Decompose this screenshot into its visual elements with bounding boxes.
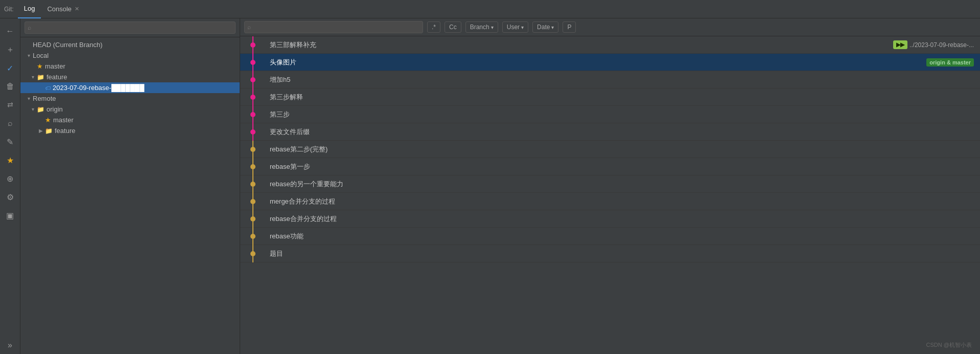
commit-graph-area xyxy=(240,245,266,262)
branch-tree: HEAD (Current Branch) ▾ Local ★ master ▾… xyxy=(20,37,240,354)
svg-point-19 xyxy=(250,199,255,204)
commit-graph-area xyxy=(240,158,266,175)
commit-graph-area xyxy=(240,175,266,192)
tree-item-local[interactable]: ▾ Local xyxy=(20,50,240,61)
commit-row[interactable]: 增加h5 xyxy=(240,71,980,88)
expand-icon[interactable]: » xyxy=(2,337,19,354)
origin-chevron: ▾ xyxy=(29,106,37,112)
settings-icon[interactable]: ⚙ xyxy=(2,188,19,206)
svg-point-17 xyxy=(250,182,255,187)
commit-row[interactable]: merge合并分支的过程 xyxy=(240,193,980,210)
commit-row[interactable]: 题目 xyxy=(240,245,980,262)
tab-console[interactable]: Console ✕ xyxy=(41,0,85,18)
commit-row[interactable]: rebase的另一个重要能力 xyxy=(240,175,980,193)
branch-filter-button[interactable]: Branch ▾ xyxy=(465,21,498,33)
origin-folder-icon: 📁 xyxy=(37,106,44,113)
commit-graph-area xyxy=(240,193,266,210)
plus-circle-icon[interactable]: ⊕ xyxy=(2,170,19,187)
branch-search-icon: ⌕ xyxy=(28,24,31,31)
delete-icon[interactable]: 🗑 xyxy=(2,78,19,95)
commit-row[interactable]: rebase合并分支的过程 xyxy=(240,210,980,228)
svg-point-21 xyxy=(250,216,255,222)
commit-graph-area xyxy=(240,71,266,88)
p-button[interactable]: P xyxy=(563,21,576,33)
commit-row[interactable]: rebase功能 xyxy=(240,228,980,245)
local-chevron: ▾ xyxy=(25,53,33,58)
tree-item-origin-master[interactable]: ★ master xyxy=(20,115,240,125)
commit-row[interactable]: 更改文件后缀 xyxy=(240,123,980,141)
commit-row[interactable]: 第三步解释 xyxy=(240,88,980,106)
tree-item-origin[interactable]: ▾ 📁 origin xyxy=(20,104,240,115)
date-filter-button[interactable]: Date ▾ xyxy=(532,21,558,33)
commit-row[interactable]: 第三步 xyxy=(240,106,980,123)
commit-list: 第三部解释补充▶▶../2023-07-09-rebase-...头像图片ori… xyxy=(240,36,980,354)
footer-credit: CSDN @机智小表 xyxy=(926,341,972,349)
commit-row[interactable]: rebase第一步 xyxy=(240,158,980,175)
svg-point-11 xyxy=(250,129,255,135)
commit-message: 更改文件后缀 xyxy=(266,127,974,137)
commit-icon[interactable]: ✓ xyxy=(2,59,19,77)
commit-message: 第三步解释 xyxy=(266,93,974,102)
tree-item-remote[interactable]: ▾ Remote xyxy=(20,93,240,104)
tree-item-head[interactable]: HEAD (Current Branch) xyxy=(20,39,240,50)
add-icon[interactable]: ＋ xyxy=(2,41,19,58)
user-filter-button[interactable]: User ▾ xyxy=(502,21,528,33)
user-dropdown-icon: ▾ xyxy=(521,25,524,30)
log-search-input[interactable] xyxy=(244,21,423,33)
log-search-wrap: ⌕ xyxy=(244,21,423,33)
commit-badge: ▶▶ xyxy=(893,40,907,49)
cc-button[interactable]: Cc xyxy=(445,21,461,33)
commit-message: 题目 xyxy=(266,249,974,258)
svg-point-15 xyxy=(250,164,255,169)
branch-tag-icon: 🏷 xyxy=(45,85,51,91)
date-dropdown-icon: ▾ xyxy=(551,25,554,30)
commit-graph-area xyxy=(240,123,266,140)
remote-chevron: ▾ xyxy=(25,96,33,101)
commit-graph-area xyxy=(240,228,266,245)
branch-panel: ⌕ HEAD (Current Branch) ▾ Local ★ maste xyxy=(20,18,240,354)
feature-folder-icon: 📁 xyxy=(37,74,44,81)
terminal-icon[interactable]: ▣ xyxy=(2,207,19,224)
tree-item-origin-feature[interactable]: ▶ 📁 feature xyxy=(20,125,240,136)
back-icon[interactable]: ← xyxy=(2,23,19,40)
tree-item-master[interactable]: ★ master xyxy=(20,61,240,72)
star-nav-icon[interactable]: ★ xyxy=(2,151,19,169)
tab-bar: Git: Log Console ✕ xyxy=(0,0,980,18)
edit-icon[interactable]: ✎ xyxy=(2,133,19,150)
commit-message: 增加h5 xyxy=(266,75,974,84)
commit-graph-area xyxy=(240,106,266,123)
close-console-icon[interactable]: ✕ xyxy=(75,6,79,12)
svg-point-1 xyxy=(250,42,255,48)
commit-row[interactable]: rebase第二步(完整) xyxy=(240,141,980,158)
commit-message: rebase合并分支的过程 xyxy=(266,214,974,224)
svg-point-9 xyxy=(250,112,255,117)
branch-search-input[interactable] xyxy=(25,21,236,34)
origin-feature-folder-icon: 📁 xyxy=(45,127,53,135)
commit-row[interactable]: 头像图片origin & master xyxy=(240,54,980,71)
commit-badge-text: ../2023-07-09-rebase-... xyxy=(909,41,974,49)
commit-row[interactable]: 第三部解释补充▶▶../2023-07-09-rebase-... xyxy=(240,36,980,54)
log-panel: ⌕ .* Cc Branch ▾ User ▾ Date ▾ P xyxy=(240,18,980,354)
tree-item-current-branch[interactable]: 🏷 2023-07-09-rebase-███████ xyxy=(20,82,240,93)
commit-message: 第三步 xyxy=(266,110,974,119)
commit-message: rebase功能 xyxy=(266,232,974,241)
commit-badges: origin & master xyxy=(926,58,974,67)
tree-item-feature[interactable]: ▾ 📁 feature xyxy=(20,72,240,82)
commit-graph-area xyxy=(240,210,266,227)
log-toolbar: ⌕ .* Cc Branch ▾ User ▾ Date ▾ P xyxy=(240,18,980,36)
svg-point-23 xyxy=(250,234,255,239)
branch-search-bar: ⌕ xyxy=(20,18,240,37)
master-star-icon: ★ xyxy=(37,62,43,70)
pull-icon[interactable]: ⇅ xyxy=(2,96,19,114)
regex-button[interactable]: .* xyxy=(427,21,440,33)
svg-point-5 xyxy=(250,77,255,82)
commit-message: 第三部解释补充 xyxy=(266,40,893,50)
search-nav-icon[interactable]: ⌕ xyxy=(2,115,19,132)
svg-point-7 xyxy=(250,95,255,100)
commit-badge: origin & master xyxy=(926,58,974,67)
commit-message: rebase第二步(完整) xyxy=(266,145,974,154)
svg-point-25 xyxy=(250,251,255,256)
sidebar-icons: ← ＋ ✓ 🗑 ⇅ ⌕ ✎ ★ ⊕ ⚙ ▣ » xyxy=(0,18,20,354)
tab-log[interactable]: Log xyxy=(18,0,41,18)
main-content: ← ＋ ✓ 🗑 ⇅ ⌕ ✎ ★ ⊕ ⚙ ▣ » ⌕ HEAD (Current … xyxy=(0,18,980,354)
